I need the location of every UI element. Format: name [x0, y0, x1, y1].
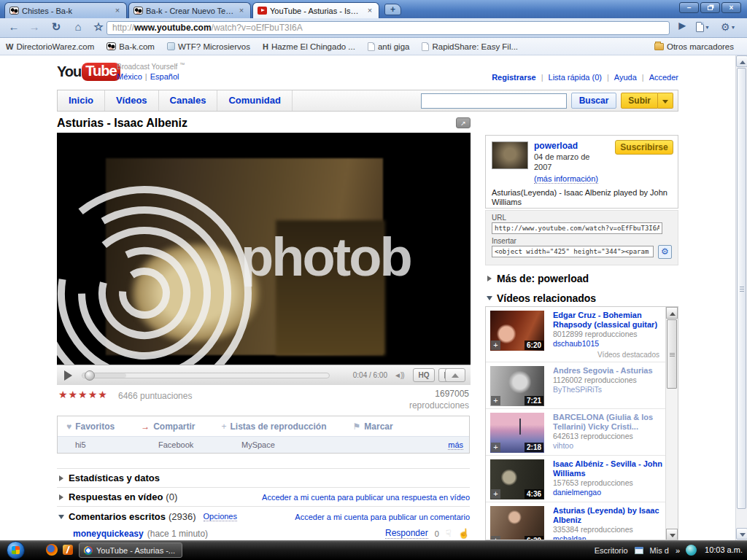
- related-video-user[interactable]: vihtoo: [553, 441, 664, 451]
- video-thumbnail[interactable]: + 6:20: [490, 311, 544, 351]
- uploader-link[interactable]: powerload: [534, 141, 578, 151]
- search-button[interactable]: Buscar: [571, 93, 617, 109]
- video-thumbnail[interactable]: + 6:29: [490, 506, 544, 540]
- comment-author-link[interactable]: moneyquickeasy: [73, 529, 144, 539]
- taskbar-window-button[interactable]: YouTube - Asturias -...: [79, 542, 182, 558]
- video-thumbnail[interactable]: + 4:36: [490, 459, 544, 499]
- section-more-from[interactable]: Más de: powerload: [485, 273, 589, 284]
- nav-tab-videos[interactable]: Vídeos: [105, 90, 159, 111]
- related-video-user[interactable]: mcbaldan: [553, 534, 664, 540]
- bookmark-hazme[interactable]: H Hazme El Chingado ...: [263, 42, 355, 51]
- scroll-up-button[interactable]: [736, 55, 747, 67]
- scrollbar-thumb[interactable]: [667, 319, 677, 389]
- share-button[interactable]: → Compartir: [141, 421, 195, 432]
- myspace-link[interactable]: MySpace: [241, 440, 307, 449]
- upload-button[interactable]: Subir: [621, 93, 658, 109]
- video-screen[interactable]: photob: [57, 133, 471, 365]
- popout-button[interactable]: [445, 368, 465, 382]
- go-icon[interactable]: ▶: [674, 20, 690, 31]
- browser-tab-1[interactable]: Chistes - Ba-k ×: [4, 2, 127, 18]
- bookmark-antigiga[interactable]: anti giga: [368, 42, 409, 51]
- quicklist-plus-icon[interactable]: +: [491, 489, 500, 499]
- section-related-videos[interactable]: Vídeos relacionados: [485, 292, 596, 304]
- bookmark-directoriowarez[interactable]: W DirectorioWarez.com: [6, 42, 94, 51]
- section-comments[interactable]: Comentarios escritos (2936) Opciones Acc…: [57, 506, 470, 526]
- embed-field[interactable]: [492, 246, 654, 257]
- nav-tab-inicio[interactable]: Inicio: [58, 90, 105, 111]
- seek-handle[interactable]: [85, 370, 95, 381]
- bookmark-bak[interactable]: Ba-k.com: [107, 42, 155, 51]
- my-documents-label[interactable]: Mis d: [650, 546, 669, 555]
- hq-button[interactable]: HQ: [413, 368, 435, 382]
- embed-options-button[interactable]: ⚙: [658, 245, 672, 259]
- related-video-title[interactable]: Andres Segovia - Asturias: [553, 366, 664, 376]
- related-video-title[interactable]: Asturias (Leyenda) by Isaac Albeniz: [553, 506, 664, 525]
- restore-button[interactable]: [700, 2, 720, 13]
- winamp-icon[interactable]: [63, 545, 73, 555]
- youtube-logo[interactable]: You Tube: [57, 63, 120, 81]
- related-video-user[interactable]: dschaub1015: [553, 339, 664, 349]
- related-video-item[interactable]: + 2:18 BARCELONA (Giulia & los Tellarini…: [486, 409, 665, 456]
- desktop-toolbar-label[interactable]: Escritorio: [595, 546, 628, 555]
- back-icon[interactable]: ←: [6, 20, 22, 33]
- locale-country-link[interactable]: México: [117, 72, 142, 81]
- rating-stars[interactable]: ★★★★★: [58, 389, 108, 400]
- video-thumbnail[interactable]: + 7:21: [490, 366, 544, 406]
- browser-tab-2[interactable]: Ba-k - Crear Nuevo Tema ×: [128, 2, 251, 18]
- other-bookmarks-button[interactable]: Otros marcadores: [654, 42, 734, 51]
- scroll-up-button[interactable]: [666, 307, 678, 319]
- chevron-expand-icon[interactable]: »: [676, 546, 680, 555]
- related-video-title[interactable]: BARCELONA (Giulia & los Tellarini) Vicky…: [553, 413, 664, 432]
- related-video-user[interactable]: danielmengao: [553, 488, 664, 497]
- related-video-item[interactable]: + 6:20 Edgar Cruz - Bohemian Rhapsody (c…: [486, 307, 665, 362]
- minimize-button[interactable]: –: [679, 2, 699, 13]
- scroll-down-button[interactable]: [736, 528, 747, 540]
- post-response-link[interactable]: Acceder a mi cuenta para publicar una re…: [262, 493, 470, 502]
- page-menu-button[interactable]: ▼: [696, 22, 710, 32]
- new-tab-button[interactable]: +: [384, 4, 401, 15]
- start-button[interactable]: [7, 541, 25, 559]
- search-input[interactable]: [421, 93, 567, 109]
- reload-icon[interactable]: ↻: [48, 20, 64, 34]
- home-icon[interactable]: ⌂: [70, 20, 86, 33]
- url-field[interactable]: [492, 222, 662, 234]
- uploader-video-thumbnail[interactable]: [492, 141, 528, 169]
- page-scrollbar[interactable]: [735, 55, 747, 540]
- close-button[interactable]: ×: [721, 2, 741, 13]
- tab-close-icon[interactable]: ×: [113, 7, 122, 15]
- related-video-item[interactable]: + 4:36 Isaac Albéniz - Sevilla - John Wi…: [486, 456, 665, 502]
- related-list-scrollbar[interactable]: [665, 307, 678, 540]
- my-documents-icon[interactable]: [635, 547, 643, 554]
- signup-link[interactable]: Registrarse: [492, 73, 536, 82]
- messenger-tray-icon[interactable]: [686, 545, 697, 556]
- reply-link[interactable]: Responder: [385, 528, 428, 539]
- comment-options-link[interactable]: Opciones: [204, 512, 237, 521]
- seek-bar[interactable]: [82, 373, 330, 378]
- related-video-item[interactable]: + 6:29 Asturias (Leyenda) by Isaac Alben…: [486, 502, 665, 540]
- help-link[interactable]: Ayuda: [614, 73, 637, 82]
- video-thumbnail[interactable]: + 2:18: [490, 413, 544, 453]
- thumb-down-icon[interactable]: ☟: [446, 528, 452, 539]
- quicklist-link[interactable]: Lista rápida (0): [549, 73, 602, 82]
- browser-tab-active[interactable]: YouTube - Asturias - Isaa... ×: [252, 2, 379, 18]
- quicklist-plus-icon[interactable]: +: [491, 443, 500, 452]
- flag-button[interactable]: ⚑ Marcar: [353, 421, 393, 432]
- scrollbar-thumb[interactable]: [737, 68, 746, 509]
- wrench-menu-button[interactable]: ⚙▼: [721, 21, 736, 33]
- section-statistics[interactable]: Estadísticas y datos: [57, 468, 470, 487]
- playlists-button[interactable]: + Listas de reproducción: [221, 421, 326, 432]
- related-video-title[interactable]: Isaac Albéniz - Sevilla - John Williams: [553, 459, 664, 478]
- tab-close-icon[interactable]: ×: [365, 7, 374, 15]
- address-bar[interactable]: http://www.youtube.com/watch?v=oEfFbuT3I…: [107, 21, 670, 35]
- hi5-link[interactable]: hi5: [75, 440, 141, 449]
- more-sites-link[interactable]: más: [448, 440, 463, 450]
- bookmark-microsiervos[interactable]: WTF? Microsiervos: [167, 42, 250, 51]
- favorites-button[interactable]: ♥ Favoritos: [66, 421, 115, 432]
- login-link[interactable]: Acceder: [649, 73, 678, 82]
- play-button[interactable]: [64, 370, 72, 381]
- quicklist-plus-icon[interactable]: +: [491, 341, 500, 350]
- volume-icon[interactable]: ◄)): [394, 371, 404, 379]
- scroll-down-button[interactable]: [666, 529, 678, 540]
- upload-dropdown-button[interactable]: [658, 93, 673, 109]
- locale-language-link[interactable]: Español: [150, 72, 179, 81]
